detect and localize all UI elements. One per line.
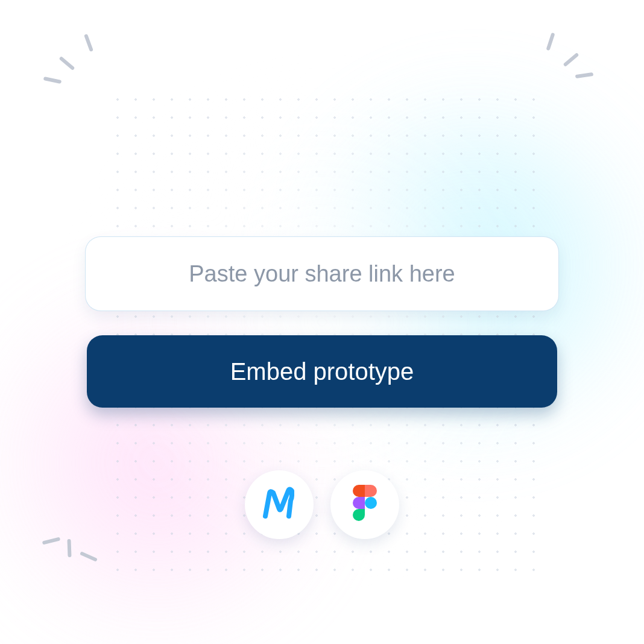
figma-integration[interactable] [330, 470, 399, 539]
embed-prototype-button[interactable]: Embed prototype [87, 335, 557, 408]
figma-icon [352, 485, 377, 525]
marvel-icon [262, 485, 297, 525]
marvel-integration[interactable] [245, 470, 314, 539]
sparkle-top-left [43, 41, 116, 113]
integration-icons [245, 470, 399, 539]
share-link-input[interactable] [85, 236, 559, 311]
svg-point-0 [365, 497, 377, 509]
embed-form: Embed prototype [87, 236, 557, 408]
